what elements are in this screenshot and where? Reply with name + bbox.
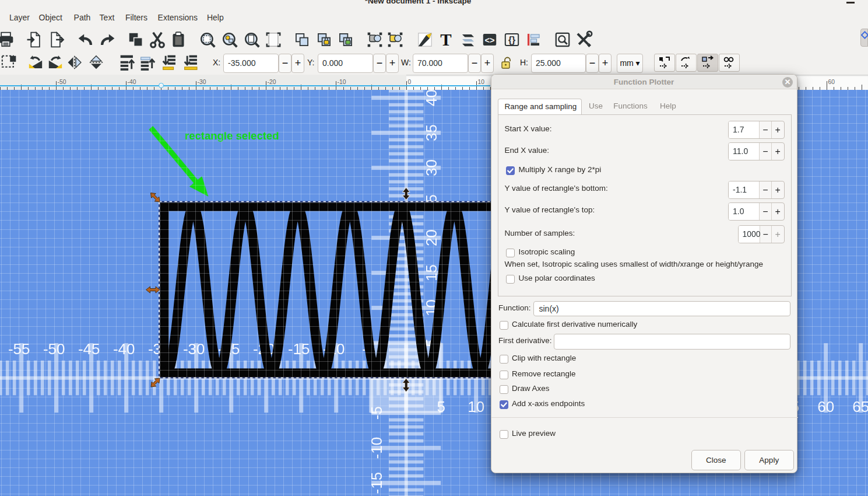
svg-text:T: T [440, 30, 451, 49]
svg-text:0: 0 [408, 79, 412, 85]
svg-text:5: 5 [437, 398, 445, 415]
svg-text:-30: -30 [198, 79, 206, 85]
svg-text:-30: -30 [183, 340, 205, 358]
svg-text:-45: -45 [78, 340, 100, 358]
svg-text:10: 10 [468, 398, 484, 415]
svg-text:10: 10 [478, 79, 485, 85]
svg-text:20: 20 [423, 229, 440, 246]
svg-text:<>: <> [485, 36, 495, 45]
svg-text:rectangle selected: rectangle selected [185, 130, 279, 142]
svg-text:40: 40 [423, 90, 440, 106]
svg-text:-10: -10 [338, 79, 346, 85]
svg-text:15: 15 [423, 264, 440, 281]
svg-text:60: 60 [817, 398, 834, 415]
svg-text:-50: -50 [43, 340, 65, 358]
svg-text:-50: -50 [58, 79, 66, 85]
svg-text:-20: -20 [268, 79, 276, 85]
svg-text:60: 60 [828, 79, 835, 85]
svg-text:35: 35 [423, 124, 440, 141]
svg-text:65: 65 [852, 398, 868, 415]
svg-text:-40: -40 [128, 79, 136, 85]
svg-text:-15: -15 [288, 340, 310, 358]
svg-text:-10: -10 [368, 437, 385, 459]
svg-text:{}: {} [508, 35, 515, 45]
svg-text:-5: -5 [368, 406, 385, 420]
svg-text:-15: -15 [368, 472, 385, 494]
